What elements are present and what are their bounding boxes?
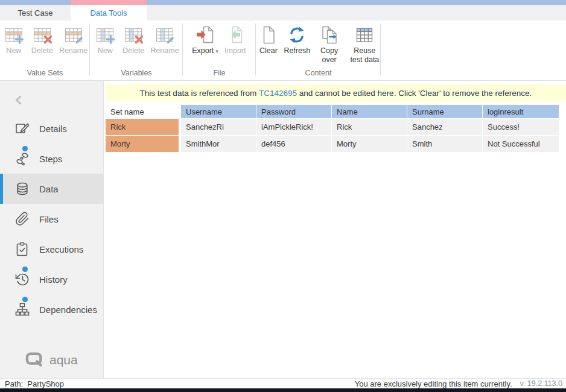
paperclip-icon	[14, 211, 30, 227]
table-cell[interactable]: Smith	[407, 136, 482, 152]
main-content: This test data is referenced from TC1426…	[104, 81, 566, 378]
ribbon-tab-bar: Test Case Data Tools	[0, 5, 566, 21]
notification-dot	[22, 297, 28, 302]
tab-data-tools[interactable]: Data Tools	[71, 5, 147, 21]
sidebar-item-label: Data	[39, 184, 59, 194]
active-tab-indicator	[71, 0, 147, 5]
reference-notice: This test data is referenced from TC1426…	[106, 84, 566, 101]
aqua-logo-icon	[24, 352, 46, 368]
version-text: v. 19.2.113.0	[520, 379, 562, 388]
sidebar-item-label: Files	[39, 214, 59, 224]
group-label-value-sets: Value Sets	[0, 69, 90, 77]
sidebar-item-label: History	[39, 274, 68, 285]
table-header-row: Set name Username Password Name Surname …	[106, 105, 559, 118]
history-icon	[14, 271, 30, 287]
notice-text-suffix: and cannot be edited here. Click 'Clear'…	[297, 89, 532, 98]
sidebar-item-dependencies[interactable]: Dependencies	[0, 294, 103, 324]
status-bar: Path: PartyShop You are exclusively edit…	[0, 378, 566, 388]
set-name-cell[interactable]: Morty	[106, 136, 179, 152]
hierarchy-icon	[14, 302, 30, 317]
variable-delete-label: Delete	[122, 46, 144, 55]
sidebar-item-history[interactable]: History	[0, 264, 103, 294]
test-data-grid: Set name Username Password Name Surname …	[106, 105, 559, 153]
valueset-delete-label: Delete	[31, 46, 53, 55]
table-cell[interactable]: Not Successful	[483, 136, 559, 152]
table-cell[interactable]: iAmPickleRick!	[256, 119, 331, 135]
ribbon: New Delete	[0, 21, 566, 81]
valueset-new-icon	[4, 25, 24, 45]
status-right: You are exclusively editing this item cu…	[355, 379, 562, 388]
clear-icon	[259, 25, 278, 45]
refresh-icon	[287, 25, 307, 45]
table-cell[interactable]: Sanchez	[407, 119, 482, 135]
sidebar-item-label: Executions	[39, 244, 83, 254]
clipboard-check-icon	[14, 241, 30, 257]
column-header-username[interactable]: Username	[181, 105, 256, 118]
column-header-set-name[interactable]: Set name	[106, 105, 179, 118]
sidebar-item-executions[interactable]: Executions	[0, 234, 103, 264]
aqua-logo: aqua	[24, 352, 78, 368]
set-name-cell[interactable]: Rick	[106, 119, 179, 135]
sidebar: Details Steps Data Files Ex	[0, 81, 104, 378]
column-header-password[interactable]: Password	[256, 105, 331, 118]
edit-icon	[14, 121, 30, 136]
ribbon-group-value-sets: New Delete	[0, 21, 90, 80]
export-label: Export▾	[192, 46, 218, 56]
column-header-loginresult[interactable]: loginresult	[483, 105, 559, 118]
sidebar-item-steps[interactable]: Steps	[0, 144, 103, 174]
path-label: Path:	[5, 379, 23, 388]
chevron-left-icon	[11, 92, 27, 108]
table-cell[interactable]: Success!	[483, 119, 559, 135]
sidebar-item-details[interactable]: Details	[0, 113, 103, 144]
reuse-test-data-icon	[355, 25, 374, 45]
refresh-label: Refresh	[284, 46, 310, 55]
valueset-new-label: New	[6, 46, 21, 55]
ribbon-group-variables: New Delete	[90, 21, 183, 80]
top-accent-strip	[0, 0, 566, 5]
copy-over-icon	[320, 25, 339, 45]
tc-reference-link[interactable]: TC142695	[259, 89, 297, 98]
table-row: Rick SanchezRi iAmPickleRick! Rick Sanch…	[106, 119, 559, 135]
valueset-rename-icon	[64, 25, 83, 45]
sidebar-item-files[interactable]: Files	[0, 204, 103, 234]
bottom-dark-strip	[0, 388, 566, 392]
notice-text-prefix: This test data is referenced from	[140, 89, 259, 98]
aqua-logo-text: aqua	[49, 353, 78, 367]
database-icon	[14, 181, 30, 197]
table-cell[interactable]: SmithMor	[181, 136, 256, 152]
variable-new-label: New	[98, 46, 113, 55]
valueset-rename-label: Rename	[59, 46, 87, 55]
sidebar-item-label: Dependencies	[39, 305, 97, 315]
reuse-test-data-label: Reuse test data	[350, 46, 380, 65]
table-cell[interactable]: Rick	[332, 119, 407, 135]
copy-over-label: Copy over	[314, 46, 345, 65]
table-row: Morty SmithMor def456 Morty Smith Not Su…	[106, 136, 559, 152]
group-label-variables: Variables	[90, 69, 183, 77]
sidebar-item-label: Steps	[39, 154, 62, 164]
group-label-content: Content	[256, 69, 381, 77]
path-breadcrumb: Path: PartyShop	[5, 379, 64, 388]
valueset-delete-icon	[33, 25, 52, 45]
column-header-name[interactable]: Name	[332, 105, 407, 118]
variable-delete-icon	[124, 25, 143, 45]
export-icon	[196, 25, 215, 45]
table-cell[interactable]: Morty	[332, 136, 407, 152]
import-label: Import	[224, 46, 246, 55]
clear-label: Clear	[259, 46, 278, 55]
notification-dot	[22, 146, 28, 151]
ribbon-group-file: Export▾ Import File	[183, 21, 256, 80]
table-cell[interactable]: SanchezRi	[181, 119, 256, 135]
sidebar-item-data[interactable]: Data	[0, 174, 103, 204]
path-value: PartyShop	[27, 379, 64, 388]
notification-dot	[22, 267, 28, 272]
table-cell[interactable]: def456	[256, 136, 331, 152]
ribbon-group-content: Clear Refresh Copy over	[256, 21, 381, 80]
dropdown-caret-icon: ▾	[215, 48, 218, 54]
tab-test-case[interactable]: Test Case	[0, 5, 71, 21]
group-label-file: File	[183, 69, 256, 77]
variable-rename-label: Rename	[150, 46, 179, 55]
collapse-sidebar-button[interactable]	[10, 90, 29, 110]
variable-new-icon	[95, 25, 115, 45]
sidebar-item-label: Details	[39, 124, 67, 134]
column-header-surname[interactable]: Surname	[407, 105, 482, 118]
